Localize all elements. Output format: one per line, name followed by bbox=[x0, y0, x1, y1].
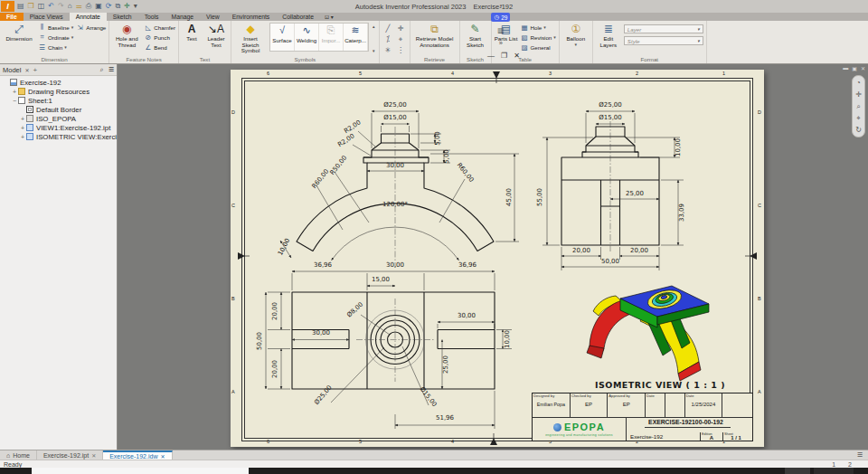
dimension-text[interactable]: 5,00 bbox=[434, 131, 441, 146]
taskbar-clock-segment[interactable] bbox=[814, 468, 854, 474]
doc-restore-button[interactable]: ▣ bbox=[852, 65, 857, 71]
dimension-text[interactable]: 15,00 bbox=[372, 276, 390, 283]
dimension-text[interactable]: 50,00 bbox=[256, 332, 263, 350]
dimension-text[interactable]: 10,00 bbox=[277, 237, 291, 256]
save-icon[interactable]: ◫ bbox=[38, 1, 45, 12]
dimension-text[interactable]: 30,00 bbox=[386, 261, 404, 269]
sketch-plane-icon[interactable]: ⚌ bbox=[76, 1, 82, 12]
arrange-button[interactable]: ⇲Arrange bbox=[76, 23, 106, 32]
redo-icon[interactable]: ↷ bbox=[58, 1, 64, 12]
ribbon-tab-annotate[interactable]: Annotate bbox=[70, 13, 107, 21]
dimension-text[interactable]: 10,00 bbox=[675, 138, 682, 156]
home-icon[interactable]: ⌂ bbox=[68, 1, 72, 12]
dimension-text[interactable]: 5,00 bbox=[443, 149, 450, 164]
dimension-text[interactable]: 25,00 bbox=[442, 356, 449, 374]
dimension-text[interactable]: Ø25,00 bbox=[599, 101, 622, 109]
tree-item-default-border[interactable]: Default Border bbox=[0, 105, 117, 114]
browser-add-icon[interactable]: + bbox=[33, 66, 37, 74]
chain-button[interactable]: ☰Chain▾ bbox=[38, 43, 73, 52]
dimension-text[interactable]: Ø15,00 bbox=[599, 114, 622, 121]
expand-icon[interactable]: − bbox=[11, 98, 18, 104]
close-tab-icon[interactable]: ✕ bbox=[91, 452, 96, 459]
drawing-sheet[interactable]: 665544332211DDCCBBAA bbox=[231, 70, 764, 447]
dimension-text[interactable]: Ø8,00 bbox=[345, 300, 364, 318]
isometric-view[interactable] bbox=[587, 286, 709, 381]
ribbon-tab-file[interactable]: File bbox=[0, 13, 24, 21]
group-label-dimension[interactable]: Dimension bbox=[3, 55, 106, 63]
orbit-icon[interactable]: ↻ bbox=[855, 126, 862, 134]
copy-icon[interactable]: ⧉ bbox=[115, 1, 120, 12]
tree-item-drawing-resources[interactable]: +Drawing Resources bbox=[0, 87, 117, 96]
browser-search-icon[interactable]: ⌕ bbox=[100, 66, 104, 73]
cart-icon[interactable]: ▥ bbox=[497, 26, 504, 34]
dimension-text[interactable]: Ø25,00 bbox=[383, 101, 407, 109]
dimension-text[interactable]: 20,00 bbox=[572, 247, 590, 254]
page-indicator-2[interactable]: 2 bbox=[848, 461, 852, 468]
dimension-text[interactable]: 51,96 bbox=[436, 414, 455, 422]
dimension-text[interactable]: 30,00 bbox=[386, 162, 404, 169]
page-indicator-1[interactable]: 1 bbox=[832, 461, 835, 468]
expand-icon[interactable]: + bbox=[11, 89, 18, 95]
dimension-text[interactable]: 45,00 bbox=[505, 188, 513, 206]
dimension-text[interactable]: R50,00 bbox=[329, 154, 349, 176]
tree-item-exercise-192[interactable]: Exercise-192 bbox=[0, 78, 117, 87]
iproperties-icon[interactable]: ▣ bbox=[95, 1, 102, 12]
dimension-text[interactable]: 50,00 bbox=[601, 258, 619, 265]
taskbar-tray-segment[interactable] bbox=[785, 468, 810, 474]
doc-tab-exercise-192-idw[interactable]: Exercise-192.idw✕ bbox=[103, 450, 172, 460]
dimension-text[interactable]: 30,00 bbox=[312, 329, 330, 337]
side-view[interactable]: Ø25,00Ø15,0010,0055,0025,0033,0920,0020,… bbox=[536, 101, 685, 270]
top-view[interactable]: 36,9630,0036,9615,00Ø8,0030,0020,0050,00… bbox=[256, 261, 512, 429]
drawing-canvas[interactable]: ▬▣✕ ◔✛⌕⌖↻ 665544332211DDCCBBAA bbox=[118, 64, 868, 450]
measure-icon[interactable]: ✛ bbox=[124, 1, 130, 12]
expand-icon[interactable]: + bbox=[19, 134, 26, 140]
doc-tabs-menu-icon[interactable]: ☰ bbox=[852, 450, 868, 460]
dimension-text[interactable]: Ø25,00 bbox=[313, 384, 334, 406]
browser-menu-icon[interactable]: ☰ bbox=[108, 66, 114, 73]
dimension-button[interactable]: ⤢ Dimension bbox=[3, 22, 35, 55]
navigation-wheel-icon[interactable]: ◔ bbox=[856, 79, 861, 87]
ribbon-tab-place-views[interactable]: Place Views bbox=[24, 13, 70, 21]
titlebar-more-icon[interactable]: » bbox=[499, 39, 503, 47]
zoom-icon[interactable]: ⌕ bbox=[856, 102, 860, 110]
undo-icon[interactable]: ↶ bbox=[48, 1, 54, 12]
minimize-button[interactable]: — bbox=[487, 52, 495, 60]
zoom-window-icon[interactable]: ⌖ bbox=[856, 114, 861, 122]
doc-minimize-button[interactable]: ▬ bbox=[843, 65, 848, 71]
dimension-text[interactable]: 25,00 bbox=[626, 190, 644, 197]
expand-icon[interactable]: + bbox=[19, 125, 26, 131]
doc-tab-exercise-192-ipt[interactable]: Exercise-192.ipt✕ bbox=[37, 450, 103, 460]
expand-icon[interactable]: + bbox=[19, 116, 26, 122]
dimension-text[interactable]: 30,00 bbox=[458, 312, 476, 319]
pan-icon[interactable]: ✛ bbox=[855, 90, 862, 99]
dimension-text[interactable]: 36,96 bbox=[458, 261, 477, 269]
user-caret-icon[interactable]: ▾ bbox=[500, 3, 503, 8]
update-icon[interactable]: ⟳ bbox=[106, 1, 112, 12]
dimension-text[interactable]: 20,00 bbox=[630, 247, 648, 254]
tree-item-view1-exercise-192-ipt[interactable]: +VIEW1:Exercise-192.ipt bbox=[0, 123, 117, 132]
close-tab-icon[interactable]: ✕ bbox=[160, 453, 165, 460]
dimension-text[interactable]: R60,00 bbox=[456, 161, 476, 184]
baseline-button[interactable]: ⫼Baseline▾ bbox=[38, 23, 73, 32]
doc-tab-home[interactable]: ⌂Home bbox=[0, 450, 37, 460]
session-timer-badge[interactable]: ◷29 bbox=[491, 13, 510, 22]
doc-close-button[interactable]: ✕ bbox=[861, 65, 865, 71]
dimension-text[interactable]: 33,09 bbox=[678, 204, 685, 222]
print-icon[interactable]: ⎙ bbox=[86, 1, 91, 12]
inventor-logo-icon[interactable]: I bbox=[1, 1, 14, 12]
front-view[interactable]: Ø25,00Ø15,00R2,00R2,005,005,0030,00R50,0… bbox=[277, 101, 519, 268]
dimension-text[interactable]: 36,96 bbox=[314, 261, 333, 269]
new-document-icon[interactable]: ▤ bbox=[17, 1, 24, 12]
tree-item-isometric-view-exercise-192-ipt[interactable]: +ISOMETRIC VIEW:Exercise-192.ipt bbox=[0, 132, 117, 141]
dimension-text[interactable]: 55,00 bbox=[536, 188, 543, 206]
close-button[interactable]: ✕ bbox=[514, 52, 520, 60]
ordinate-button[interactable]: ⌗Ordinate▾ bbox=[38, 33, 73, 42]
tree-item-sheet-1[interactable]: −Sheet:1 bbox=[0, 96, 117, 105]
dimension-text[interactable]: R60,00 bbox=[311, 167, 331, 190]
dimension-text[interactable]: 20,00 bbox=[271, 302, 278, 320]
tree-item-iso-epopa[interactable]: +ISO_EPOPA bbox=[0, 114, 117, 123]
dimension-text[interactable]: 20,00 bbox=[271, 360, 278, 378]
browser-tab-model[interactable]: Model bbox=[3, 66, 21, 74]
open-icon[interactable]: ❒ bbox=[28, 1, 34, 12]
browser-close-icon[interactable]: ✕ bbox=[24, 67, 29, 73]
